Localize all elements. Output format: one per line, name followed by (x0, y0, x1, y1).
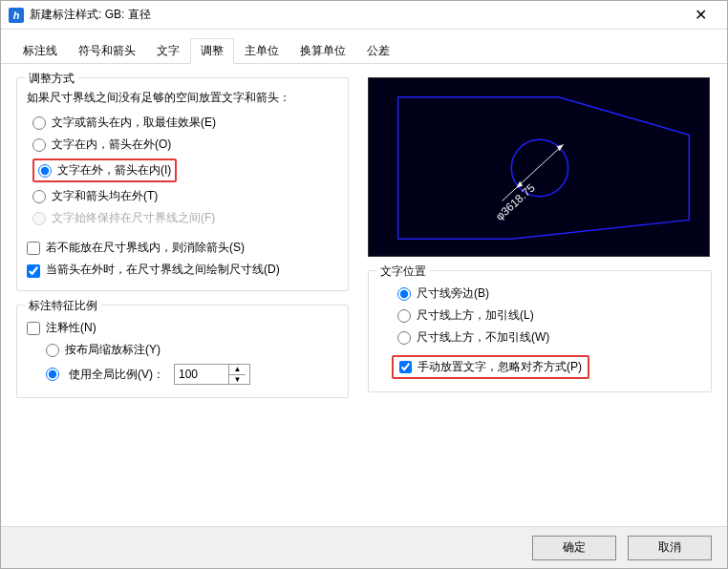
textpos-label-over-leader[interactable]: 尺寸线上方，加引线(L) (417, 307, 534, 324)
preview-drawing: φ3618.75 (369, 78, 709, 256)
fit-intro-text: 如果尺寸界线之间没有足够的空间放置文字和箭头： (27, 90, 338, 106)
spin-up-icon[interactable]: ▲ (229, 365, 246, 375)
fit-label-text-in[interactable]: 文字在内，箭头在外(O) (52, 137, 171, 153)
preview-dim-text: φ3618.75 (493, 180, 538, 223)
overall-scale-label[interactable]: 使用全局比例(V)： (69, 367, 164, 383)
fit-radio-best[interactable] (32, 116, 46, 130)
textpos-label-beside[interactable]: 尺寸线旁边(B) (417, 285, 489, 302)
suppress-arrows-label[interactable]: 若不能放在尺寸界线内，则消除箭头(S) (46, 240, 245, 256)
overall-scale-input[interactable] (175, 365, 228, 384)
close-icon[interactable]: ✕ (681, 6, 719, 24)
scale-group-title: 标注特征比例 (25, 298, 101, 314)
app-icon: h (9, 8, 24, 23)
overall-scale-stepper[interactable]: ▲▼ (174, 364, 250, 385)
window-title: 新建标注样式: GB: 直径 (30, 7, 681, 23)
tab-primary-units[interactable]: 主单位 (234, 38, 289, 64)
tab-dimlines[interactable]: 标注线 (12, 38, 68, 64)
overall-scale-radio[interactable] (46, 368, 59, 381)
cancel-button[interactable]: 取消 (628, 536, 712, 560)
fit-radio-always-between (32, 212, 46, 225)
preview-panel: φ3618.75 (368, 77, 710, 257)
fit-radio-both-out[interactable] (32, 190, 46, 203)
svg-marker-0 (398, 97, 690, 239)
draw-dimline-label[interactable]: 当箭头在外时，在尺寸界线之间绘制尺寸线(D) (46, 262, 280, 278)
fit-label-best[interactable]: 文字或箭头在内，取最佳效果(E) (52, 115, 216, 131)
textpos-group-title: 文字位置 (376, 263, 430, 280)
tab-text[interactable]: 文字 (146, 38, 190, 64)
fit-radio-text-in[interactable] (32, 138, 46, 152)
textpos-radio-over-noleader[interactable] (397, 331, 411, 345)
textpos-radio-over-leader[interactable] (397, 309, 411, 323)
annotative-checkbox[interactable] (27, 322, 40, 335)
tab-symbols[interactable]: 符号和箭头 (68, 38, 146, 64)
tab-bar: 标注线 符号和箭头 文字 调整 主单位 换算单位 公差 (1, 30, 727, 64)
layout-scale-radio[interactable] (46, 344, 59, 357)
tab-tolerances[interactable]: 公差 (356, 38, 400, 64)
annotative-label[interactable]: 注释性(N) (46, 320, 96, 336)
fit-group-title: 调整方式 (25, 71, 78, 87)
titlebar: h 新建标注样式: GB: 直径 ✕ (1, 1, 727, 30)
textpos-label-over-noleader[interactable]: 尺寸线上方，不加引线(W) (417, 329, 549, 346)
tab-fit[interactable]: 调整 (190, 38, 234, 64)
fit-label-always-between: 文字始终保持在尺寸界线之间(F) (52, 210, 215, 226)
layout-scale-label[interactable]: 按布局缩放标注(Y) (65, 342, 161, 358)
suppress-arrows-checkbox[interactable] (27, 242, 40, 255)
draw-dimline-checkbox[interactable] (27, 264, 40, 278)
spin-down-icon[interactable]: ▼ (229, 375, 246, 385)
scale-group: 标注特征比例 注释性(N) 按布局缩放标注(Y) 使用全局比例(V)： ▲▼ (16, 305, 349, 398)
manual-place-label[interactable]: 手动放置文字，忽略对齐方式(P) (418, 359, 582, 375)
fit-radio-text-out[interactable] (38, 164, 52, 178)
fit-label-both-out[interactable]: 文字和箭头均在外(T) (52, 188, 158, 204)
fit-options-group: 调整方式 如果尺寸界线之间没有足够的空间放置文字和箭头： 文字或箭头在内，取最佳… (16, 77, 349, 291)
ok-button[interactable]: 确定 (532, 536, 616, 560)
fit-label-text-out[interactable]: 文字在外，箭头在内(I) (57, 162, 171, 179)
manual-place-checkbox[interactable] (399, 361, 412, 373)
tab-alternate-units[interactable]: 换算单位 (289, 38, 356, 64)
text-position-group: 文字位置 尺寸线旁边(B) 尺寸线上方，加引线(L) 尺寸线上方，不加引线(W)… (368, 270, 712, 392)
textpos-radio-beside[interactable] (397, 287, 411, 301)
tab-content: 调整方式 如果尺寸界线之间没有足够的空间放置文字和箭头： 文字或箭头在内，取最佳… (1, 64, 727, 534)
dialog-footer: 确定 取消 (1, 526, 727, 568)
